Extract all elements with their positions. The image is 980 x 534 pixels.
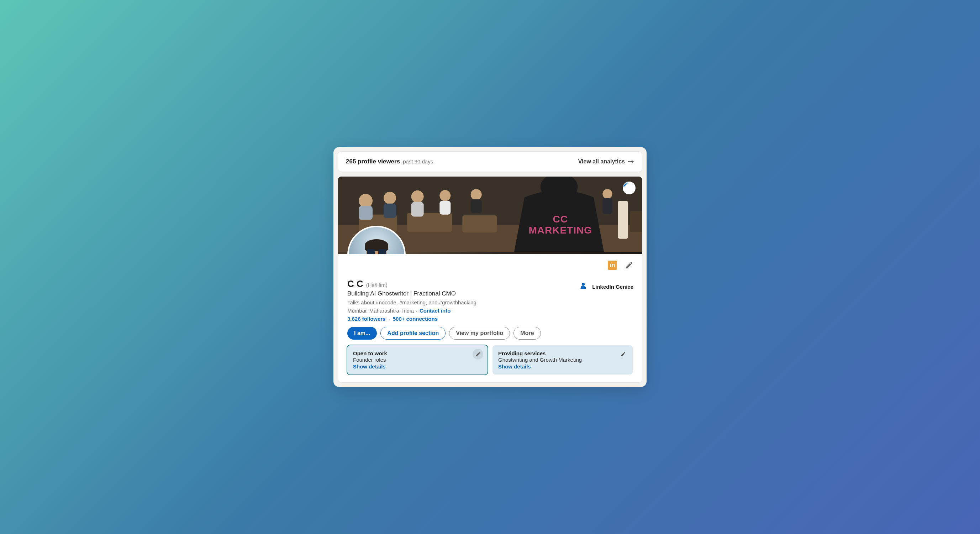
profile-headline: Building AI Ghostwriter | Fractional CMO xyxy=(347,290,633,297)
edit-cover-button[interactable] xyxy=(623,182,636,194)
more-button[interactable]: More xyxy=(514,327,541,340)
followers-link[interactable]: 3,626 followers xyxy=(347,316,386,322)
open-to-cards: Open to work Founder roles Show details … xyxy=(347,345,633,375)
cover-photo[interactable]: CC MARKETING xyxy=(338,177,642,254)
profile-hashtags: Talks about #nocode, #marketing, and #gr… xyxy=(347,300,633,306)
open-to-work-details-link[interactable]: Show details xyxy=(353,363,482,370)
edit-open-to-work-button[interactable] xyxy=(473,349,483,360)
profile-name: C C xyxy=(347,278,363,289)
open-to-work-title: Open to work xyxy=(353,350,482,356)
pencil-icon xyxy=(623,182,628,187)
svg-rect-19 xyxy=(618,201,628,239)
analytics-left: 265 profile viewers past 90 days xyxy=(346,158,433,165)
services-details-link[interactable]: Show details xyxy=(498,363,627,370)
svg-rect-11 xyxy=(411,202,424,217)
follow-row: 3,626 followers · 500+ connections xyxy=(347,316,633,322)
shirt-line2: MARKETING xyxy=(528,225,592,236)
services-title: Providing services xyxy=(498,350,627,356)
edit-services-button[interactable] xyxy=(618,349,628,360)
svg-rect-15 xyxy=(471,199,482,213)
add-profile-section-button[interactable]: Add profile section xyxy=(380,327,445,340)
services-sub: Ghostwriting and Growth Marketing xyxy=(498,357,627,363)
svg-rect-18 xyxy=(603,198,612,214)
profile-window: 265 profile viewers past 90 days View al… xyxy=(333,147,647,387)
linkedin-premium-badge[interactable]: in xyxy=(608,261,617,270)
pencil-icon xyxy=(475,351,481,357)
svg-point-6 xyxy=(359,194,372,208)
action-buttons: I am... Add profile section View my port… xyxy=(347,327,633,340)
analytics-period: past 90 days xyxy=(403,158,433,164)
providing-services-card[interactable]: Providing services Ghostwriting and Grow… xyxy=(493,345,633,375)
profile-pronouns: (He/Him) xyxy=(366,282,388,288)
svg-point-17 xyxy=(603,189,612,199)
open-to-work-sub: Founder roles xyxy=(353,357,482,363)
cover-shirt-text: CC MARKETING xyxy=(528,214,592,236)
separator-dot: · xyxy=(416,308,417,314)
svg-rect-13 xyxy=(439,201,450,215)
svg-rect-9 xyxy=(383,204,396,218)
top-icons: in xyxy=(608,261,633,270)
separator-dot: · xyxy=(388,316,390,322)
svg-point-14 xyxy=(471,189,482,200)
svg-point-21 xyxy=(582,283,585,286)
pencil-icon xyxy=(620,351,626,357)
open-to-work-card[interactable]: Open to work Founder roles Show details xyxy=(347,345,487,375)
edit-profile-button[interactable] xyxy=(625,261,633,269)
profile-viewers-count[interactable]: 265 profile viewers xyxy=(346,158,400,165)
view-portfolio-button[interactable]: View my portfolio xyxy=(449,327,510,340)
org-name: LinkedIn Geniee xyxy=(592,284,633,290)
svg-point-12 xyxy=(439,190,450,201)
view-all-analytics-label: View all analytics xyxy=(578,158,625,165)
svg-rect-20 xyxy=(630,211,642,232)
profile-card: CC MARKETING in LinkedIn Geniee xyxy=(338,176,642,383)
analytics-bar: 265 profile viewers past 90 days View al… xyxy=(338,151,642,172)
org-icon xyxy=(579,282,588,291)
profile-location: Mumbai, Maharashtra, India xyxy=(347,308,414,314)
current-org[interactable]: LinkedIn Geniee xyxy=(579,282,633,291)
svg-point-8 xyxy=(383,192,396,204)
location-row: Mumbai, Maharashtra, India · Contact inf… xyxy=(347,308,633,314)
contact-info-link[interactable]: Contact info xyxy=(420,308,451,314)
profile-body: in LinkedIn Geniee C C (He/Him) Building… xyxy=(338,254,642,383)
view-all-analytics-link[interactable]: View all analytics xyxy=(578,158,634,165)
open-to-button[interactable]: I am... xyxy=(347,327,377,340)
arrow-right-icon xyxy=(628,159,634,164)
svg-rect-7 xyxy=(359,206,372,220)
svg-rect-5 xyxy=(462,215,497,233)
connections-link[interactable]: 500+ connections xyxy=(393,316,438,322)
svg-point-10 xyxy=(411,190,424,203)
shirt-line1: CC xyxy=(528,214,592,225)
